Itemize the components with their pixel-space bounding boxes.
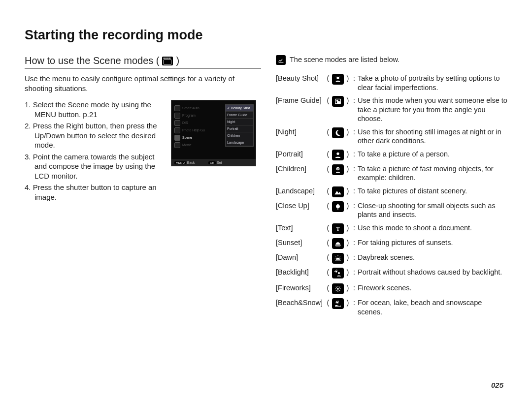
scene-desc: Portrait without shadows caused by backl…	[358, 268, 507, 277]
fireworks-icon	[332, 283, 344, 294]
dawn-icon	[332, 253, 344, 264]
lcd-sub-item: Landscape	[226, 139, 253, 146]
paren-open: (	[325, 74, 331, 83]
scene-label: [Fireworks]	[276, 283, 325, 293]
scene-label: [Frame Guide]	[276, 96, 325, 105]
lcd-preview: Smart Auto Program DIS Photo Help Gu Sce…	[171, 100, 256, 166]
colon: :	[351, 74, 358, 83]
lcd-menu-item: Photo Help Gu	[182, 128, 205, 132]
svg-rect-10	[335, 260, 341, 260]
scene-desc: Daybreak scenes.	[358, 253, 507, 262]
scene-row-fireworks: [Fireworks] ( ) : Firework scenes.	[276, 283, 507, 294]
svg-point-12	[338, 272, 340, 274]
scene-desc: Use this mode to shoot a document.	[358, 223, 507, 233]
lcd-sub-item: Portrait	[226, 125, 253, 132]
night-icon	[332, 127, 344, 138]
step-4: 4. Press the shutter button to capture a…	[25, 183, 162, 202]
page-title: Starting the recording mode	[25, 28, 507, 43]
lcd-menu-item: Smart Auto	[182, 106, 200, 110]
landscape-icon	[332, 186, 344, 197]
title-underline	[25, 46, 507, 46]
intro-text: Use the menu to easily configure optimal…	[25, 74, 256, 93]
note-text: The scene modes are listed below.	[290, 55, 399, 63]
svg-point-6	[338, 168, 339, 169]
lcd-sub-item-selected: Beauty Shot	[226, 105, 253, 112]
scene-row-beachsnow: [Beach&Snow] ( ) : For ocean, lake, beac…	[276, 298, 507, 316]
scene-row-children: [Children] ( ) : To take a picture of fa…	[276, 164, 507, 183]
svg-rect-8	[335, 245, 341, 246]
lcd-menu-item: Movie	[182, 143, 192, 147]
scene-label: [Close Up]	[276, 201, 325, 211]
scene-desc: Use this for shooting still images at ni…	[358, 127, 507, 146]
scene-row-frame: [Frame Guide] ( ) : Use this mode when y…	[276, 96, 507, 123]
lcd-sub-item: Children	[226, 132, 253, 139]
lcd-submenu: Beauty Shot Frame Guide Night Portrait C…	[225, 104, 254, 147]
svg-point-5	[337, 168, 337, 169]
lcd-menu-item-selected: Scene	[182, 136, 192, 139]
lcd-sub-item: Frame Guide	[226, 112, 253, 119]
scene-mode-icon	[162, 57, 173, 65]
svg-point-13	[337, 288, 339, 290]
scene-desc: To take pictures of distant scenery.	[358, 186, 507, 196]
beach-snow-icon	[332, 298, 344, 309]
scene-desc: Take a photo of portraits by setting opt…	[358, 74, 507, 92]
paren-close: )	[345, 74, 351, 83]
scene-desc: For ocean, lake, beach and snowscape sce…	[358, 298, 507, 316]
left-column: How to use the Scene modes ( ) Use the m…	[25, 55, 256, 320]
scene-desc: Use this mode when you want someone else…	[358, 96, 507, 123]
text-icon: T	[332, 223, 344, 234]
note-icon	[276, 55, 286, 65]
section-subtitle: How to use the Scene modes ( )	[25, 55, 261, 69]
scene-label: [Backlight]	[276, 268, 325, 277]
scene-label: [Portrait]	[276, 150, 325, 159]
lcd-back-label: Back	[187, 161, 195, 164]
subtitle-suffix: )	[176, 55, 179, 66]
svg-point-4	[336, 167, 340, 170]
portrait-icon	[332, 150, 344, 160]
lcd-menu-item: Program	[182, 114, 196, 117]
closeup-icon	[332, 201, 344, 212]
beauty-shot-icon	[332, 74, 344, 85]
svg-point-3	[336, 152, 339, 154]
sunset-icon	[332, 238, 344, 249]
scene-desc: Firework scenes.	[358, 283, 507, 293]
scene-desc: Close-up shooting for small objects such…	[358, 201, 507, 219]
backlight-icon	[332, 268, 344, 278]
svg-text:T: T	[336, 226, 339, 232]
scene-row-closeup: [Close Up] ( ) : Close-up shooting for s…	[276, 201, 507, 219]
frame-guide-icon	[332, 96, 344, 107]
scene-row-text: [Text] ( T ) : Use this mode to shoot a …	[276, 223, 507, 234]
subtitle-prefix: How to use the Scene modes (	[25, 55, 159, 66]
scene-row-landscape: [Landscape] ( ) : To take pictures of di…	[276, 186, 507, 197]
scene-row-dawn: [Dawn] ( ) : Daybreak scenes.	[276, 253, 507, 264]
lcd-bottom-bar: MENUBack OKSet	[171, 159, 256, 166]
scene-label: [Beauty Shot]	[276, 74, 325, 83]
scene-label: [Landscape]	[276, 186, 325, 196]
step-1: 1. Select the Scene mode by using the ME…	[25, 100, 162, 119]
scene-label: [Night]	[276, 127, 325, 137]
scene-row-backlight: [Backlight] ( ) : Portrait without shado…	[276, 268, 507, 278]
scene-desc: To take a picture of a person.	[358, 150, 507, 159]
scene-label: [Dawn]	[276, 253, 325, 262]
step-2: 2. Press the Right button, then press th…	[25, 121, 162, 150]
lcd-back-button: MENU	[174, 161, 186, 164]
lcd-set-button: OK	[208, 161, 216, 164]
lcd-set-label: Set	[217, 161, 222, 164]
scene-label: [Text]	[276, 223, 325, 233]
scene-row-portrait: [Portrait] ( ) : To take a picture of a …	[276, 150, 507, 160]
step-3: 3. Point the camera towards the subject …	[25, 152, 162, 181]
lcd-menu-item: DIS	[182, 121, 188, 124]
scene-row-beauty: [Beauty Shot] ( ) : Take a photo of port…	[276, 74, 507, 92]
scene-row-sunset: [Sunset] ( ) : For taking pictures of su…	[276, 238, 507, 249]
steps-list: 1. Select the Scene mode by using the ME…	[25, 100, 162, 204]
scene-desc: To take a picture of fast moving objects…	[358, 164, 507, 183]
svg-point-0	[336, 77, 339, 79]
svg-rect-9	[335, 246, 340, 247]
lcd-sub-item: Night	[226, 119, 253, 125]
scene-label: [Beach&Snow]	[276, 298, 325, 308]
children-icon	[332, 164, 344, 175]
scene-label: [Sunset]	[276, 238, 325, 247]
right-column: The scene modes are listed below. [Beaut…	[276, 55, 507, 320]
page-number: 025	[491, 381, 503, 389]
svg-point-11	[335, 271, 337, 273]
